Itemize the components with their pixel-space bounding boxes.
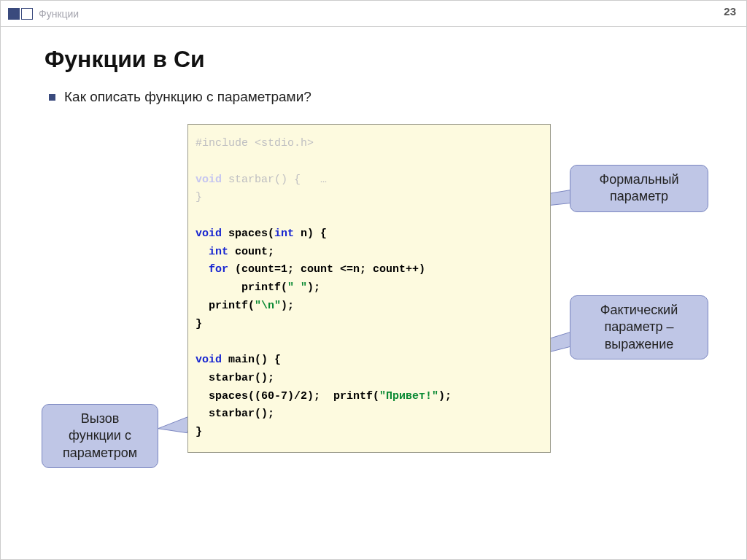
bullet-item: Как описать функцию с параметрами? [49,89,729,105]
page-number: 23 [724,5,736,18]
slide-title: Функции в Си [44,46,729,73]
code-block: #include <stdio.h> void starbar() { … } … [187,124,551,453]
callout-actual-param: Фактический параметр – выражение [570,295,708,359]
callout-function-call: Вызов функции с параметром [42,404,158,468]
bullet-text: Как описать функцию с параметрами? [64,89,311,105]
callout-formal-param: Формальный параметр [570,165,708,212]
bullet-icon [49,94,55,101]
logo-icon [8,8,33,20]
section-label: Функции [39,8,79,20]
